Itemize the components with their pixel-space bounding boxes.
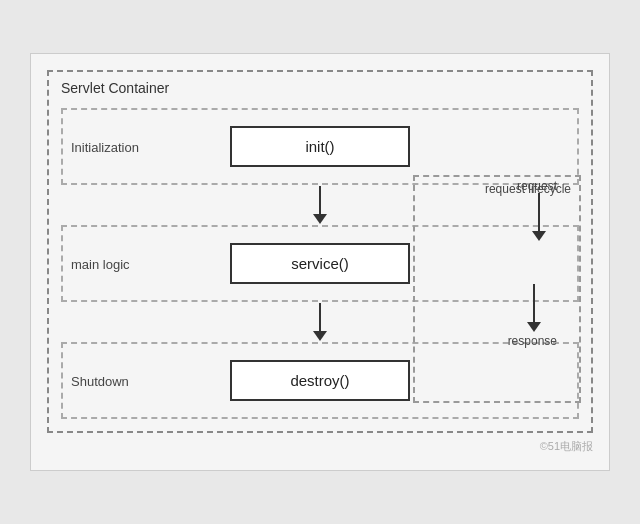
combined-middle: request lifecycle request main logic ser…	[61, 225, 579, 302]
service-method-box: service()	[230, 243, 410, 284]
request-col: request	[517, 179, 561, 241]
diagram-wrapper: Servlet Container Initialization init()	[30, 53, 610, 471]
response-arrow	[527, 284, 541, 332]
arrow-main-to-shutdown	[61, 302, 579, 342]
arrow-line-2	[319, 303, 321, 331]
response-arrow-head	[527, 322, 541, 332]
shutdown-label: Shutdown	[71, 373, 129, 388]
arrow-init-to-main	[61, 185, 579, 225]
arrow-down-1	[313, 186, 327, 224]
arrow-head-1	[313, 214, 327, 224]
sections-wrapper: Initialization init() request lifecycle	[61, 108, 579, 419]
arrow-line-1	[319, 186, 321, 214]
init-label: Initialization	[71, 139, 139, 154]
request-arrow-line	[538, 193, 540, 231]
watermark: ©51电脑报	[47, 439, 593, 454]
shutdown-section: Shutdown destroy()	[61, 342, 579, 419]
arrow-down-2	[313, 303, 327, 341]
main-section: main logic service()	[61, 225, 579, 302]
response-col: response	[508, 284, 561, 348]
arrow-head-2	[313, 331, 327, 341]
initialization-section: Initialization init()	[61, 108, 579, 185]
outer-container-label: Servlet Container	[61, 80, 169, 96]
shutdown-content: destroy()	[73, 354, 567, 407]
request-arrow-head	[532, 231, 546, 241]
main-content: service()	[73, 237, 567, 290]
init-content: init()	[73, 120, 567, 173]
init-method-box: init()	[230, 126, 410, 167]
response-label: response	[508, 334, 557, 348]
request-arrow	[532, 193, 546, 241]
servlet-container: Servlet Container Initialization init()	[47, 70, 593, 433]
response-arrow-line	[533, 284, 535, 322]
request-label: request	[517, 179, 557, 193]
destroy-method-box: destroy()	[230, 360, 410, 401]
